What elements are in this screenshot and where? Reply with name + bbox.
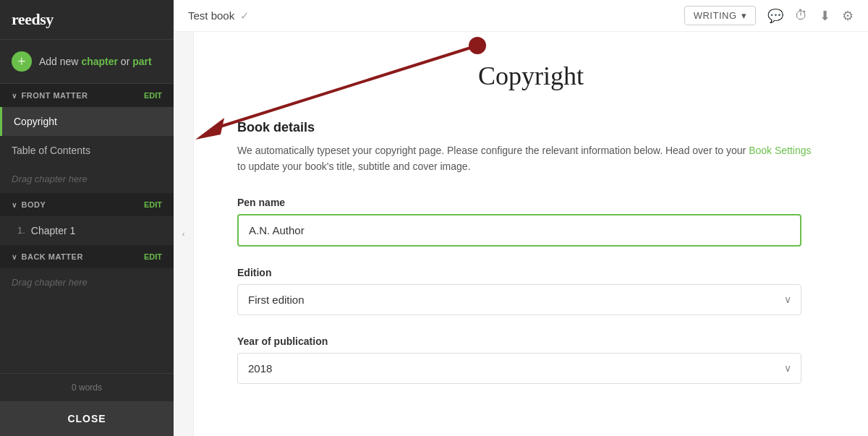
year-select[interactable]: 2018 — [237, 353, 801, 384]
book-settings-link[interactable]: Book Settings — [749, 145, 811, 156]
page-title: Copyright — [237, 61, 825, 91]
topbar-left: Test book ✓ — [188, 9, 250, 22]
check-icon: ✓ — [240, 9, 250, 22]
collapse-chevron-icon: ‹ — [182, 228, 185, 240]
sidebar: reedsy + Add new chapter or part ∨ FRONT… — [0, 0, 174, 436]
edition-select-wrapper: First edition ∨ — [237, 284, 801, 315]
pen-name-input[interactable] — [237, 214, 801, 247]
writing-mode-chevron-icon: ▾ — [741, 10, 747, 21]
collapse-panel-button[interactable]: ‹ — [174, 32, 194, 436]
page-content: Copyright Book details We automatically … — [194, 32, 868, 436]
edition-group: Edition First edition ∨ — [237, 267, 816, 315]
edition-select[interactable]: First edition — [237, 284, 801, 315]
front-matter-edit-link[interactable]: EDIT — [144, 91, 162, 100]
chapter-number: 1. — [17, 225, 25, 236]
pen-name-group: Pen name — [237, 197, 816, 247]
front-matter-drag-placeholder: Drag chapter here — [0, 165, 174, 193]
back-matter-edit-link[interactable]: EDIT — [144, 252, 162, 261]
year-select-wrapper: 2018 ∨ — [237, 353, 801, 384]
chapter-name: Chapter 1 — [31, 225, 75, 236]
book-details-section: Book details We automatically typeset yo… — [237, 120, 816, 384]
back-matter-label: ∨ BACK MATTER — [12, 252, 83, 261]
history-icon[interactable]: ⏱ — [795, 8, 808, 23]
front-matter-chevron-icon[interactable]: ∨ — [12, 92, 17, 100]
gear-icon[interactable]: ⚙ — [842, 8, 854, 24]
year-label: Year of publication — [237, 335, 816, 347]
book-title: Test book — [188, 9, 234, 22]
body-edit-link[interactable]: EDIT — [144, 200, 162, 209]
close-button[interactable]: CLOSE — [0, 401, 174, 436]
body-section-header: ∨ BODY EDIT — [0, 193, 174, 216]
add-new-button[interactable]: + Add new chapter or part — [0, 40, 174, 84]
back-matter-drag-placeholder: Drag chapter here — [0, 268, 174, 296]
download-icon[interactable]: ⬇ — [820, 8, 830, 24]
app-logo: reedsy — [0, 0, 174, 40]
add-new-label: Add new chapter or part — [39, 56, 152, 67]
topbar-right: WRITING ▾ 💬 ⏱ ⬇ ⚙ — [684, 6, 854, 25]
back-matter-chevron-icon[interactable]: ∨ — [12, 253, 17, 261]
writing-mode-label: WRITING — [694, 10, 737, 21]
content-area: ‹ Copyright Book details We automaticall… — [174, 32, 868, 436]
year-group: Year of publication 2018 ∨ — [237, 335, 816, 384]
topbar: Test book ✓ WRITING ▾ 💬 ⏱ ⬇ ⚙ — [174, 0, 868, 32]
word-count: 0 words — [0, 373, 174, 401]
sidebar-item-chapter1[interactable]: 1. Chapter 1 — [0, 216, 174, 245]
book-details-description: We automatically typeset your copyright … — [237, 142, 816, 175]
book-details-title: Book details — [237, 120, 816, 135]
front-matter-section-header: ∨ FRONT MATTER EDIT — [0, 84, 174, 107]
writing-mode-button[interactable]: WRITING ▾ — [684, 6, 756, 25]
main-area: Test book ✓ WRITING ▾ 💬 ⏱ ⬇ ⚙ ‹ Copyrigh… — [174, 0, 868, 436]
front-matter-label: ∨ FRONT MATTER — [12, 91, 88, 100]
add-new-icon: + — [12, 51, 32, 72]
sidebar-item-toc[interactable]: Table of Contents — [0, 136, 174, 165]
back-matter-section-header: ∨ BACK MATTER EDIT — [0, 245, 174, 268]
edition-label: Edition — [237, 267, 816, 278]
sidebar-item-copyright[interactable]: Copyright — [0, 107, 174, 136]
pen-name-label: Pen name — [237, 197, 816, 208]
comment-icon[interactable]: 💬 — [767, 8, 783, 24]
body-chevron-icon[interactable]: ∨ — [12, 201, 17, 209]
body-label: ∨ BODY — [12, 200, 46, 209]
